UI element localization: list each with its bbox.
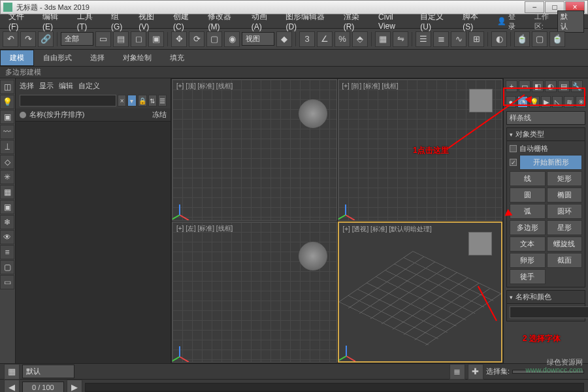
ellipse-button[interactable]: 椭圆 <box>547 188 583 203</box>
motion-tab[interactable]: ◐ <box>545 80 557 92</box>
ngon-button[interactable]: 多边形 <box>510 220 546 235</box>
geometry-icon[interactable]: ● <box>506 96 516 108</box>
lock-icon[interactable]: 🔒 <box>138 95 147 106</box>
menu-customize[interactable]: 自定义(U) <box>416 11 458 31</box>
spacewarp-icon[interactable]: ✳ <box>0 170 14 184</box>
viewport-left-label[interactable]: [+] [左] [标准] [线框] <box>176 224 233 233</box>
time-slider[interactable] <box>85 383 584 392</box>
pivot-button[interactable]: ◆ <box>276 31 292 47</box>
layer-dropdown[interactable]: 默认 <box>22 365 74 378</box>
donut-button[interactable]: 圆环 <box>547 204 583 219</box>
clear-search-button[interactable]: × <box>118 95 126 106</box>
window-crossing-button[interactable]: ▣ <box>148 31 164 47</box>
viewport-front[interactable]: [+] [前] [标准] [线框] <box>338 79 503 221</box>
menu-view[interactable]: 视图(V) <box>134 11 169 31</box>
menu-tools[interactable]: 工具(T) <box>73 11 106 31</box>
helix-button[interactable]: 螺旋线 <box>547 237 583 252</box>
viewcube-icon[interactable] <box>299 242 327 270</box>
ribbon-tab-populate[interactable]: 填充 <box>161 50 193 65</box>
schematic-button[interactable]: ⊞ <box>468 31 484 47</box>
render-frame-button[interactable]: ▢ <box>532 31 547 47</box>
group-icon[interactable]: ▦ <box>0 185 14 199</box>
cameras-icon[interactable]: ▶ <box>541 96 551 108</box>
viewport-left[interactable]: [+] [左] [标准] [线框] <box>172 221 337 363</box>
rollup-title[interactable]: 对象类型 <box>506 127 585 141</box>
ribbon-tab-modeling[interactable]: 建模 <box>0 50 34 66</box>
menu-animation[interactable]: 动画(A) <box>247 11 282 31</box>
scene-tab-edit[interactable]: 编辑 <box>59 81 73 91</box>
frozen-column[interactable]: 冻结 <box>152 110 167 120</box>
helpers-icon[interactable]: ◺ <box>552 96 563 108</box>
select-name-button[interactable]: ▤ <box>113 31 129 47</box>
ribbon-tab-selection[interactable]: 选择 <box>81 50 114 65</box>
scene-tab-display[interactable]: 显示 <box>39 81 54 91</box>
systems-icon[interactable]: ✳ <box>576 96 586 108</box>
star-button[interactable]: 星形 <box>547 220 583 235</box>
menu-script[interactable]: 脚本(S) <box>458 11 493 31</box>
menu-group[interactable]: 组(G) <box>106 11 134 31</box>
mirror-button[interactable]: ⇋ <box>393 31 408 47</box>
create-tab[interactable]: + <box>506 80 517 92</box>
angle-snap-button[interactable]: ∠ <box>317 31 333 47</box>
startnew-checkbox[interactable]: ✓ <box>510 159 517 166</box>
viewport-perspective[interactable]: [+] [透视] [标准] [默认明暗处理] <box>338 221 503 363</box>
autogrid-checkbox[interactable] <box>510 145 517 152</box>
egg-button[interactable]: 卵形 <box>510 253 546 268</box>
freehand-button[interactable]: 徒手 <box>510 269 546 284</box>
container-icon[interactable]: ▣ <box>0 200 14 214</box>
selset-add-icon[interactable]: ✚ <box>468 364 483 380</box>
object-name-input[interactable] <box>510 306 588 318</box>
align-button[interactable]: ☰ <box>416 31 431 47</box>
freeze-icon[interactable]: ❄ <box>0 215 14 229</box>
viewcube-icon[interactable] <box>469 89 493 112</box>
arc-button[interactable]: 弧 <box>510 204 546 219</box>
selection-filter-dropdown[interactable]: 全部 <box>61 32 93 46</box>
utilities-tab[interactable]: 🔧 <box>571 80 583 92</box>
ribbon-tab-objpaint[interactable]: 对象绘制 <box>114 50 161 65</box>
percent-snap-button[interactable]: % <box>335 31 350 47</box>
menu-modifiers[interactable]: 修改器(M) <box>203 11 246 31</box>
link-button[interactable]: 🔗 <box>38 31 54 47</box>
tape-icon[interactable]: 〰 <box>0 125 14 139</box>
hide-icon[interactable]: 👁 <box>0 230 14 244</box>
filter-button[interactable]: ▾ <box>127 95 136 106</box>
login-button[interactable]: 👤 登录 <box>493 12 527 31</box>
layer-grid-icon[interactable]: ▦ <box>4 364 20 380</box>
text-button[interactable]: 文本 <box>510 237 546 252</box>
selset-icon[interactable]: ≣ <box>449 364 465 380</box>
rotate-button[interactable]: ⟳ <box>189 31 204 47</box>
time-prev-button[interactable]: ◀ <box>4 380 20 393</box>
render-button[interactable]: 🍵 <box>549 31 565 47</box>
time-next-button[interactable]: ▶ <box>67 380 82 393</box>
placement-button[interactable]: ◉ <box>224 31 240 47</box>
camera-icon[interactable]: ▣ <box>0 110 14 124</box>
refcoord-dropdown[interactable]: 视图 <box>242 32 274 46</box>
material-editor-button[interactable]: ◐ <box>491 31 507 47</box>
name-column[interactable]: 名称(按升序排序) <box>29 110 152 120</box>
layer-icon[interactable]: ≡ <box>0 245 14 259</box>
display-icon[interactable]: ▢ <box>0 260 14 274</box>
menu-civilview[interactable]: Civil View <box>374 12 416 31</box>
display-tab[interactable]: ▤ <box>558 80 570 92</box>
workspace-dropdown[interactable]: 默认 <box>557 10 584 33</box>
spinner-snap-button[interactable]: ⬘ <box>352 31 368 47</box>
named-selection-button[interactable]: ▦ <box>375 31 391 47</box>
helper-icon[interactable]: ◇ <box>0 155 14 169</box>
sort-icon[interactable]: ⇅ <box>148 95 157 106</box>
scene-list[interactable] <box>16 122 171 363</box>
line-button[interactable]: 线 <box>510 171 546 186</box>
scene-tab-custom[interactable]: 自定义 <box>78 81 100 91</box>
startnew-button[interactable]: 开始新图形 <box>519 155 582 170</box>
menu-create[interactable]: 创建(C) <box>169 11 203 31</box>
circle-button[interactable]: 圆 <box>510 188 546 203</box>
move-button[interactable]: ✥ <box>171 31 187 47</box>
viewport-front-label[interactable]: [+] [前] [标准] [线框] <box>342 82 399 91</box>
rectangle-button[interactable]: 矩形 <box>547 171 583 186</box>
viewcube-icon[interactable] <box>299 99 327 128</box>
frame-display[interactable]: 0 / 100 <box>22 382 64 393</box>
viewcube-icon[interactable] <box>468 232 492 255</box>
hierarchy-tab[interactable]: ◧ <box>532 80 544 92</box>
modify-tab[interactable]: ▭ <box>519 80 531 92</box>
menu-edit[interactable]: 编辑(E) <box>38 11 73 31</box>
spacewarps-icon[interactable]: ≋ <box>564 96 574 108</box>
